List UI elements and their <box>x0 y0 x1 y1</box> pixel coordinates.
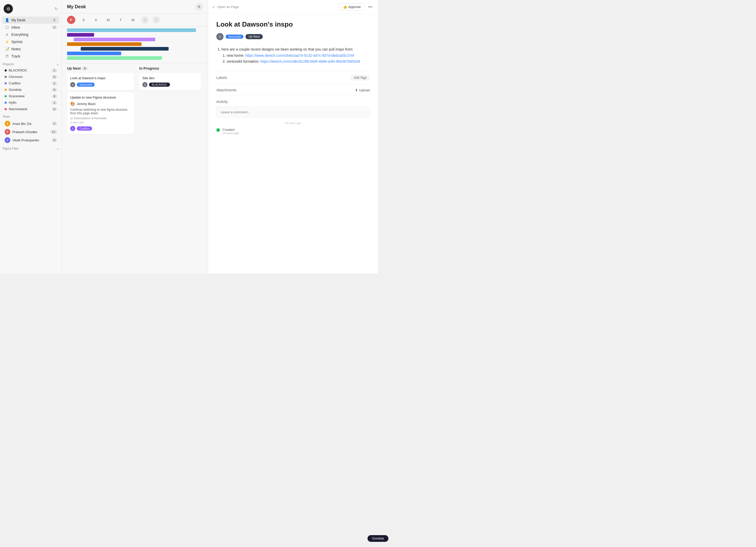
graceview-label: Graceview <box>9 94 24 98</box>
sidebar-item-prakash[interactable]: P Prakash Ghodke 11 <box>2 128 60 136</box>
detail-attachments-section: Attachments ⬆ Upload <box>216 84 370 96</box>
detail-item2-label: venturekit formation: <box>227 59 260 63</box>
gantt-bar-3 <box>74 38 155 41</box>
projects-section-header[interactable]: Projects ▲ <box>0 60 62 67</box>
notes-label: Notes <box>11 47 21 51</box>
activity-label: Activity <box>216 100 370 104</box>
detail-content-item-1: new home: https://www.sketch.com/s/b4e2a… <box>227 53 370 59</box>
chronom-dot <box>5 76 7 78</box>
logo-icon[interactable]: ⊚ <box>4 4 13 13</box>
upnext-column-label: Up Next <box>67 66 81 70</box>
cuebox-dot <box>5 82 7 84</box>
refresh-icon[interactable]: ↻ <box>55 6 58 11</box>
calendar-down-button[interactable]: ↓ <box>153 16 160 23</box>
task-sitedev-avatar: U <box>142 82 147 87</box>
upload-icon: ⬆ <box>355 88 358 92</box>
sidebar-item-anas[interactable]: A Anas Bin Zia 2 <box>2 119 60 128</box>
calendar-day-w[interactable]: W <box>129 16 137 24</box>
hyfin-label: Hyfin <box>9 101 17 104</box>
open-as-page-text[interactable]: Open as Page <box>217 5 239 9</box>
sidebar-item-inbox[interactable]: ☐ Inbox 3 <box>2 24 60 31</box>
sidebar-item-track[interactable]: ⏱ Track <box>2 53 60 60</box>
detail-item1-link[interactable]: https://www.sketch.com/s/b4e2aa74-5c32-4… <box>245 53 354 58</box>
calendar-day-m[interactable]: M <box>104 16 112 24</box>
sidebar-item-vitalii[interactable]: V Vitalii Prokopenko 0 <box>2 136 60 144</box>
task-card-dawson[interactable]: Look at Dawson's inspo U Venturekit <box>67 73 134 90</box>
main-header: My Desk ✕ <box>62 0 208 14</box>
detail-item2-link[interactable]: https://sketch.com/s/dbc8128b-b94f-4b68-… <box>260 59 360 63</box>
sidebar-item-mydesk[interactable]: 👤 My Desk 3 <box>2 17 60 24</box>
close-button[interactable]: ✕ <box>195 3 203 10</box>
team-section-header[interactable]: Team <box>0 112 62 119</box>
approve-button[interactable]: 👍 Approve <box>339 3 365 11</box>
calendar-up-button[interactable]: ↑ <box>141 16 149 23</box>
chronom-count: 0 <box>52 75 57 79</box>
timeline-event-label: Created <box>223 128 239 132</box>
prakash-name: Prakash Ghodke <box>12 130 37 134</box>
figma-files-section-header[interactable]: Figma Files ▲ <box>0 144 62 151</box>
blackroc-count: 1 <box>52 69 57 72</box>
calendar-day-s1[interactable]: S <box>79 16 88 24</box>
calendar-day-f[interactable]: F <box>67 16 75 24</box>
more-options-button[interactable]: ••• <box>367 3 374 11</box>
sidebar-item-chronom[interactable]: Chronom 0 <box>2 73 60 80</box>
inprogress-column-label: In Progress <box>139 66 159 70</box>
sidebar-item-hyfin[interactable]: Hyfin 1 <box>2 99 60 106</box>
sidebar-item-gondola[interactable]: Gondola 0 <box>2 86 60 93</box>
sprints-icon: ⚡ <box>5 40 9 44</box>
gondola-label: Gondola <box>9 88 21 92</box>
blackroc-label: BLACKROC <box>9 68 27 72</box>
add-tags-button[interactable]: Add Tags <box>351 75 370 80</box>
sidebar: ⊚ ↻ 👤 My Desk 3 ☐ Inbox 3 ≡ Everything <box>0 0 62 274</box>
sidebar-item-notes[interactable]: 📝 Notes <box>2 45 60 53</box>
figma-update-sub: 🗂 Subscriptions & Renewals <box>70 117 131 120</box>
sidebar-item-everything[interactable]: ≡ Everything <box>2 31 60 38</box>
narrowstack-dot <box>5 108 7 110</box>
timeline-timestamp: 56 years ago <box>216 121 370 125</box>
sidebar-item-narrowstack[interactable]: Narrowstack 0 <box>2 106 60 112</box>
projects-label: Projects <box>3 62 14 66</box>
task-dawson-title: Look at Dawson's inspo <box>70 76 131 80</box>
track-label: Track <box>11 54 20 58</box>
figma-files-label: Figma Files <box>3 147 19 150</box>
narrowstack-label: Narrowstack <box>9 107 27 111</box>
upnext-column-count: 2 <box>82 67 87 70</box>
projects-chevron-icon: ▲ <box>56 63 59 66</box>
detail-content-intro: here are a couple recent designs ive bee… <box>221 46 370 53</box>
figma-update-meta: J CueBox <box>70 126 131 131</box>
upload-button[interactable]: ⬆ Upload <box>355 88 370 92</box>
graceview-count: 9 <box>52 94 57 98</box>
sidebar-item-blackroc[interactable]: BLACKROC 1 <box>2 67 60 73</box>
gantt-bar-5 <box>81 47 169 51</box>
figma-update-tag: CueBox <box>77 126 92 130</box>
detail-content-item-2: venturekit formation: https://sketch.com… <box>227 59 370 65</box>
calendar-day-s2[interactable]: S <box>92 16 100 24</box>
everything-icon: ≡ <box>5 32 9 37</box>
hyfin-count: 1 <box>52 101 57 104</box>
task-sitedev-meta: U BLACKROC <box>142 82 198 87</box>
projects-list: BLACKROC 1 Chronom 0 CueBox 1 Gondola 0 <box>0 67 62 112</box>
expand-icon[interactable]: ⤢ <box>212 5 215 9</box>
figma-update-date: 3 days ago <box>70 121 131 124</box>
detail-venturekit-tag[interactable]: Venturekit <box>226 35 243 39</box>
vitalii-avatar: V <box>5 137 10 143</box>
sidebar-item-cuebox[interactable]: CueBox 1 <box>2 80 60 86</box>
detail-labels-section: Labels Add Tags <box>216 71 370 84</box>
gondola-count: 0 <box>52 88 57 92</box>
sidebar-item-graceview[interactable]: Graceview 9 <box>2 93 60 99</box>
sidebar-item-sprints[interactable]: ⚡ Sprints <box>2 38 60 45</box>
task-dawson-meta: U Venturekit <box>70 82 131 87</box>
detail-upnext-tag[interactable]: Up Next <box>245 34 263 39</box>
inbox-label: Inbox <box>11 25 20 29</box>
task-card-sitedev[interactable]: Site dev U BLACKROC <box>139 73 201 90</box>
task-card-figma-update[interactable]: Update to new Figma structure 🎨 Jeremy B… <box>67 92 134 134</box>
comment-input[interactable] <box>216 107 370 117</box>
detail-tags: U Venturekit Up Next <box>216 33 370 40</box>
narrowstack-count: 0 <box>52 107 57 111</box>
figma-update-title: Update to new Figma structure <box>70 95 131 99</box>
team-label: Team <box>3 115 10 118</box>
calendar-day-t[interactable]: T <box>117 16 125 24</box>
gondola-dot <box>5 89 7 91</box>
anas-avatar: A <box>5 121 10 126</box>
timeline-event-created: Created 14 hours ago <box>216 128 370 135</box>
